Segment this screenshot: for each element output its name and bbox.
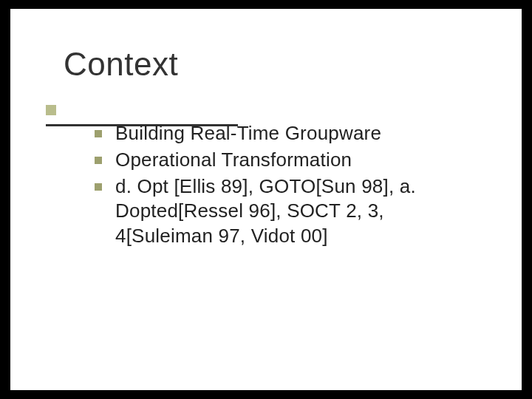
square-bullet-icon <box>95 157 102 164</box>
list-item: d. Opt [Ellis 89], GOTO[Sun 98], a. Dopt… <box>95 174 479 249</box>
bullet-text: d. Opt [Ellis 89], GOTO[Sun 98], a. Dopt… <box>115 174 479 249</box>
slide-title: Context <box>64 47 178 81</box>
square-bullet-icon <box>95 183 102 191</box>
list-item: Operational Transformation <box>95 148 479 173</box>
title-accent-square <box>46 105 56 115</box>
bullet-text: Operational Transformation <box>115 148 352 173</box>
slide: Context Building Real-Time Groupware Ope… <box>10 9 522 390</box>
title-block: Context <box>64 47 178 81</box>
slide-body: Building Real-Time Groupware Operational… <box>95 121 479 250</box>
square-bullet-icon <box>95 130 102 137</box>
bullet-text: Building Real-Time Groupware <box>115 121 381 146</box>
list-item: Building Real-Time Groupware <box>95 121 479 146</box>
